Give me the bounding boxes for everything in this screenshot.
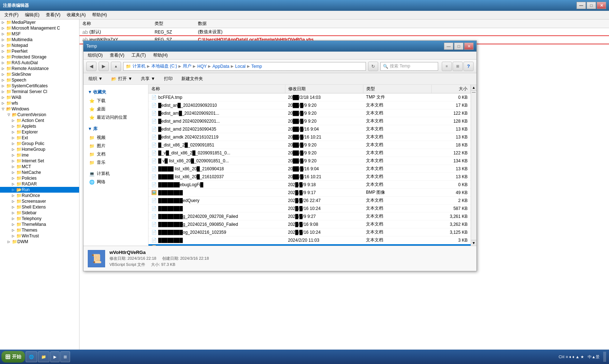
tree-item-msf[interactable]: ▷ 📁 MSF bbox=[0, 31, 79, 37]
scroll-thumb[interactable] bbox=[472, 92, 476, 93]
explorer-menu-help[interactable]: 帮助(H) bbox=[150, 52, 171, 59]
col-date[interactable]: 修改日期 bbox=[285, 85, 363, 93]
file-row[interactable]: 📄 █edist_amd 20240216090435 20██/█/16 9:… bbox=[148, 125, 471, 133]
back-button[interactable]: ◀ bbox=[86, 62, 96, 71]
tree-item-themes[interactable]: ▷ 📁 Themes bbox=[0, 227, 79, 233]
menu-file[interactable]: 文件(F) bbox=[1, 11, 21, 19]
tree-item-shell-extensions[interactable]: ▷ 📁 Shell Extens bbox=[0, 204, 79, 210]
taskbar-item-media[interactable]: ▶ bbox=[50, 351, 60, 362]
file-row[interactable]: 📄 █_v█_dist_x86_2█_0209091851_0... 20██/… bbox=[148, 149, 471, 157]
tree-item-run[interactable]: ▷ 📂 Run bbox=[0, 187, 79, 193]
scroll-up-button[interactable]: ▲ bbox=[471, 85, 476, 91]
file-row[interactable]: 📄 █edist_amd 20240209092201... 20██/█/9 … bbox=[148, 117, 471, 125]
tree-item-sidebar[interactable]: ▷ 📁 Sidebar bbox=[0, 210, 79, 216]
explorer-menu-tools[interactable]: 工具(T) bbox=[129, 52, 148, 59]
file-row[interactable]: 📄 ████████og_20240216_102359 202█/█/16 1… bbox=[148, 228, 471, 236]
tree-item-applets[interactable]: ▷ 📁 Applets bbox=[0, 123, 79, 129]
menu-view[interactable]: 查看(V) bbox=[43, 11, 63, 19]
menu-favorites[interactable]: 收藏夹(A) bbox=[64, 11, 88, 19]
tree-item-peernet[interactable]: ▷ 📁 PeerNet bbox=[0, 48, 79, 54]
tree-item-mmc[interactable]: ▷ 📁 Microsoft Management C bbox=[0, 25, 79, 31]
file-row[interactable]: 📄 ████████g_20240209_092708_Failed 202█/… bbox=[148, 212, 471, 220]
tree-item-netcache[interactable]: ▷ 📁 NetCache bbox=[0, 170, 79, 175]
sidebar-item-pictures[interactable]: 📁 图片 bbox=[83, 142, 148, 150]
tree-item-terminal-server[interactable]: ▷ 📁 Terminal Server Cl bbox=[0, 89, 79, 95]
col-name[interactable]: 名称 bbox=[79, 19, 152, 28]
col-size[interactable]: 大小 bbox=[431, 85, 470, 93]
file-row[interactable]: 📄 ███████ebugLogFi█ 202█/█/9 9:18 文本文档 0… bbox=[148, 181, 471, 189]
tree-item-multimedia[interactable]: ▷ 📁 Multimedia bbox=[0, 37, 79, 43]
file-row[interactable]: 📄 █████ list_x86_20█_216102037 20██/█/16… bbox=[148, 173, 471, 181]
taskbar-item-program[interactable]: ⊞ bbox=[60, 351, 70, 362]
breadcrumb-users[interactable]: 用户 bbox=[183, 63, 191, 69]
file-row[interactable]: 📄 █████ list_x86_20█_216090418 20██/█/16… bbox=[148, 165, 471, 173]
tree-item-radar[interactable]: ▷ 📁 RADAR bbox=[0, 181, 79, 187]
forward-button[interactable]: ▶ bbox=[99, 62, 109, 71]
tree-item-policies[interactable]: ▷ 📁 Policies bbox=[0, 175, 79, 181]
explorer-file-list[interactable]: 名称 修改日期 类型 大小 📄 bcFFEA.tmp 20██/2/18 14:… bbox=[148, 85, 471, 246]
print-button[interactable]: 打印 bbox=[162, 75, 175, 83]
col-filename[interactable]: 名称 bbox=[148, 85, 285, 93]
tree-item-screensaver[interactable]: ▷ 📁 Screensaver bbox=[0, 198, 79, 204]
tree-item-dwm[interactable]: ▷ 📁 DWM bbox=[0, 239, 79, 245]
help-button[interactable]: ? bbox=[463, 62, 474, 71]
explorer-maximize-button[interactable]: □ bbox=[454, 43, 463, 50]
taskbar-item-explorer[interactable]: 📁 bbox=[38, 351, 49, 362]
file-row[interactable]: 📄 ████████g_20240216_090850_Failed 202█/… bbox=[148, 220, 471, 228]
sidebar-item-recent[interactable]: ⭐ 最近访问的位置 bbox=[83, 113, 148, 122]
breadcrumb-appdata[interactable]: AppData bbox=[212, 64, 229, 69]
scrollbar-vertical[interactable]: ▲ ▼ bbox=[471, 85, 476, 246]
share-button[interactable]: 共享 ▼ bbox=[139, 75, 157, 83]
refresh-button[interactable]: ↻ bbox=[368, 62, 378, 71]
tree-item-systemcerts[interactable]: ▷ 📁 SystemCertificates bbox=[0, 83, 79, 89]
tree-item-explorer[interactable]: ▷ 📁 Explorer bbox=[0, 129, 79, 135]
registry-tree[interactable]: ▷ 📁 MediaPlayer ▷ 📁 Microsoft Management… bbox=[0, 19, 79, 356]
address-bar[interactable]: 📁 计算机 ▶ 本地磁盘 (C:) ▶ 用户 ▶ HQY ▶ AppData ▶… bbox=[123, 62, 366, 71]
menu-edit[interactable]: 编辑(E) bbox=[22, 11, 42, 19]
tree-item-speech[interactable]: ▷ 📁 Speech bbox=[0, 77, 79, 83]
registry-row-default[interactable]: ab (默认) REG_SZ (数值未设置) bbox=[79, 28, 609, 36]
file-row[interactable]: 📄 ████████ 202█/█/16 10:24 文本文档 587 KB bbox=[148, 205, 471, 212]
maximize-button[interactable]: □ bbox=[587, 2, 596, 9]
favorites-header[interactable]: ▼ 收藏夹 bbox=[83, 88, 148, 97]
view-list-button[interactable]: ≡ bbox=[442, 62, 452, 71]
file-row[interactable]: 📄 █edist_amdk 20240216102119 20██/█/16 1… bbox=[148, 133, 471, 141]
file-row[interactable]: 📄 █_dist_x86_2█_0209091851 20██/█/9 9:20… bbox=[148, 141, 471, 149]
minimize-button[interactable]: — bbox=[576, 2, 586, 9]
sidebar-item-video[interactable]: 📁 视频 bbox=[83, 133, 148, 142]
file-row[interactable]: 📄 █edist_am█_2024020909201... 20██/█/9 9… bbox=[148, 109, 471, 117]
tree-item-action-center[interactable]: ▷ 📁 Action Cent bbox=[0, 118, 79, 123]
up-button[interactable]: ▲ bbox=[111, 62, 121, 71]
file-row[interactable]: 📄 ████████edQuery 202█/█/26 22:47 文本文档 2… bbox=[148, 197, 471, 205]
tree-item-currentversion[interactable]: ▽ 📂 CurrentVersion bbox=[0, 112, 79, 118]
tree-item-group-policy[interactable]: ▷ 📁 Group Polic bbox=[0, 141, 79, 146]
col-data[interactable]: 数据 bbox=[195, 19, 609, 28]
breadcrumb-drive[interactable]: 本地磁盘 (C:) bbox=[151, 63, 177, 69]
explorer-close-button[interactable]: ✕ bbox=[464, 43, 474, 50]
file-row[interactable]: 🖼️ ████████ 202█/█/9 9:17 BMP 图像 49 KB bbox=[148, 189, 471, 197]
tree-item-remote-assistance[interactable]: ▷ 📁 Remote Assistance bbox=[0, 66, 79, 71]
scroll-down-button[interactable]: ▼ bbox=[471, 240, 476, 246]
explorer-menu-view[interactable]: 查看(V) bbox=[107, 52, 127, 59]
view-icon-button[interactable]: ⊞ bbox=[453, 62, 463, 71]
breadcrumb-computer[interactable]: 计算机 bbox=[133, 63, 146, 69]
sidebar-item-documents[interactable]: 📁 文档 bbox=[83, 150, 148, 158]
file-row[interactable]: 📄 █edist_an█_20240209092010 20██/█/9 9:2… bbox=[148, 101, 471, 109]
tree-item-ras[interactable]: ▷ 📁 RAS AutoDial bbox=[0, 60, 79, 66]
tree-item-ext[interactable]: ▷ 📁 Ext bbox=[0, 135, 79, 141]
sidebar-item-network[interactable]: 🌐 网络 bbox=[83, 178, 148, 186]
close-button[interactable]: ✕ bbox=[597, 2, 606, 9]
tree-item-ime[interactable]: ▷ 📁 ime bbox=[0, 152, 79, 158]
tree-item-thememanager[interactable]: ▷ 📁 ThemeMana bbox=[0, 222, 79, 227]
breadcrumb-temp[interactable]: Temp bbox=[251, 64, 262, 69]
tree-item-runonce[interactable]: ▷ 📁 RunOnce bbox=[0, 193, 79, 198]
search-box[interactable]: 🔍 搜索 Temp bbox=[380, 62, 438, 71]
tree-item-notepad[interactable]: ▷ 📁 Notepad bbox=[0, 43, 79, 48]
sidebar-item-desktop[interactable]: ⭐ 桌面 bbox=[83, 105, 148, 113]
start-button[interactable]: ⊞ 开始 bbox=[1, 351, 25, 363]
explorer-menu-organize[interactable]: 组织(O) bbox=[85, 52, 105, 59]
tree-item-homegroup[interactable]: ▷ 📁 HomeGroup bbox=[0, 146, 79, 152]
tree-item-windows[interactable]: ▽ 📂 Windows bbox=[0, 106, 79, 112]
breadcrumb-local[interactable]: Local bbox=[235, 64, 246, 69]
tree-item-telephony[interactable]: ▷ 📁 Telephony bbox=[0, 216, 79, 222]
